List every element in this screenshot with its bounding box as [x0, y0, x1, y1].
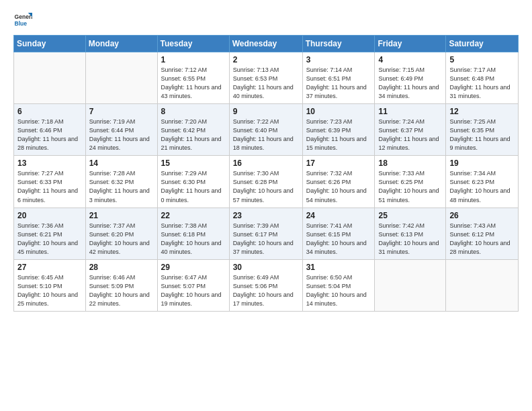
calendar-cell: 8Sunrise: 7:20 AMSunset: 6:42 PMDaylight…	[157, 104, 229, 156]
calendar-table: SundayMondayTuesdayWednesdayThursdayFrid…	[13, 35, 519, 312]
day-number: 21	[89, 211, 154, 220]
calendar-page: General Blue SundayMondayTuesdayWednesda…	[0, 0, 532, 411]
day-number: 20	[17, 211, 82, 220]
day-info: Sunrise: 7:24 AMSunset: 6:37 PMDaylight:…	[378, 118, 442, 152]
day-info: Sunrise: 7:34 AMSunset: 6:23 PMDaylight:…	[449, 169, 515, 204]
day-number: 17	[306, 158, 371, 168]
day-number: 3	[306, 55, 371, 64]
calendar-cell: 11Sunrise: 7:24 AMSunset: 6:37 PMDayligh…	[375, 104, 446, 156]
header: General Blue	[13, 11, 519, 30]
calendar-cell: 31Sunrise: 6:50 AMSunset: 5:04 PMDayligh…	[302, 259, 375, 311]
calendar-cell: 6Sunrise: 7:18 AMSunset: 6:46 PMDaylight…	[14, 104, 86, 156]
svg-text:Blue: Blue	[15, 20, 28, 27]
day-number: 9	[233, 107, 299, 116]
day-number: 1	[161, 55, 226, 64]
day-info: Sunrise: 6:50 AMSunset: 5:04 PMDaylight:…	[306, 273, 371, 308]
day-info: Sunrise: 6:46 AMSunset: 5:09 PMDaylight:…	[89, 273, 154, 308]
weekday-header-monday: Monday	[85, 36, 157, 52]
weekday-header-wednesday: Wednesday	[229, 36, 302, 52]
day-info: Sunrise: 7:39 AMSunset: 6:17 PMDaylight:…	[233, 222, 299, 257]
day-info: Sunrise: 7:17 AMSunset: 6:48 PMDaylight:…	[449, 66, 515, 101]
calendar-cell: 19Sunrise: 7:34 AMSunset: 6:23 PMDayligh…	[446, 156, 519, 208]
weekday-header-friday: Friday	[375, 36, 446, 52]
calendar-cell: 4Sunrise: 7:15 AMSunset: 6:49 PMDaylight…	[375, 52, 446, 104]
day-number: 13	[17, 158, 82, 168]
day-info: Sunrise: 7:12 AMSunset: 6:55 PMDaylight:…	[161, 66, 226, 101]
day-info: Sunrise: 7:43 AMSunset: 6:12 PMDaylight:…	[449, 222, 515, 257]
day-info: Sunrise: 7:19 AMSunset: 6:44 PMDaylight:…	[89, 118, 154, 152]
day-number: 27	[17, 263, 82, 272]
calendar-cell: 22Sunrise: 7:38 AMSunset: 6:18 PMDayligh…	[157, 208, 229, 259]
calendar-cell	[446, 259, 519, 311]
calendar-cell: 18Sunrise: 7:33 AMSunset: 6:25 PMDayligh…	[375, 156, 446, 208]
day-info: Sunrise: 7:14 AMSunset: 6:51 PMDaylight:…	[306, 66, 371, 101]
day-info: Sunrise: 6:49 AMSunset: 5:06 PMDaylight:…	[233, 273, 299, 308]
day-number: 31	[306, 263, 371, 272]
day-info: Sunrise: 7:42 AMSunset: 6:13 PMDaylight:…	[378, 222, 442, 257]
calendar-cell: 28Sunrise: 6:46 AMSunset: 5:09 PMDayligh…	[85, 259, 157, 311]
day-number: 19	[449, 158, 515, 168]
day-number: 22	[161, 211, 226, 220]
calendar-cell: 16Sunrise: 7:30 AMSunset: 6:28 PMDayligh…	[229, 156, 302, 208]
day-number: 18	[378, 158, 442, 168]
day-info: Sunrise: 7:18 AMSunset: 6:46 PMDaylight:…	[17, 118, 82, 152]
calendar-cell: 2Sunrise: 7:13 AMSunset: 6:53 PMDaylight…	[229, 52, 302, 104]
day-info: Sunrise: 7:38 AMSunset: 6:18 PMDaylight:…	[161, 222, 226, 257]
day-number: 23	[233, 211, 299, 220]
calendar-cell: 9Sunrise: 7:22 AMSunset: 6:40 PMDaylight…	[229, 104, 302, 156]
day-info: Sunrise: 7:27 AMSunset: 6:33 PMDaylight:…	[17, 169, 82, 204]
calendar-cell: 23Sunrise: 7:39 AMSunset: 6:17 PMDayligh…	[229, 208, 302, 259]
calendar-cell: 24Sunrise: 7:41 AMSunset: 6:15 PMDayligh…	[302, 208, 375, 259]
weekday-header-sunday: Sunday	[14, 36, 86, 52]
calendar-cell: 14Sunrise: 7:28 AMSunset: 6:32 PMDayligh…	[85, 156, 157, 208]
day-number: 12	[449, 107, 515, 116]
calendar-cell	[14, 52, 86, 104]
calendar-cell: 26Sunrise: 7:43 AMSunset: 6:12 PMDayligh…	[446, 208, 519, 259]
logo: General Blue	[13, 11, 32, 30]
day-number: 11	[378, 107, 442, 116]
calendar-cell: 29Sunrise: 6:47 AMSunset: 5:07 PMDayligh…	[157, 259, 229, 311]
day-info: Sunrise: 6:45 AMSunset: 5:10 PMDaylight:…	[17, 273, 82, 308]
calendar-cell: 1Sunrise: 7:12 AMSunset: 6:55 PMDaylight…	[157, 52, 229, 104]
weekday-header-saturday: Saturday	[446, 36, 519, 52]
day-number: 24	[306, 211, 371, 220]
day-info: Sunrise: 7:25 AMSunset: 6:35 PMDaylight:…	[449, 118, 515, 152]
day-info: Sunrise: 7:13 AMSunset: 6:53 PMDaylight:…	[233, 66, 299, 101]
day-number: 29	[161, 263, 226, 272]
calendar-cell	[375, 259, 446, 311]
day-number: 5	[449, 55, 515, 64]
day-info: Sunrise: 7:28 AMSunset: 6:32 PMDaylight:…	[89, 169, 154, 204]
calendar-week-row: 27Sunrise: 6:45 AMSunset: 5:10 PMDayligh…	[14, 259, 519, 311]
day-number: 10	[306, 107, 371, 116]
calendar-cell: 21Sunrise: 7:37 AMSunset: 6:20 PMDayligh…	[85, 208, 157, 259]
calendar-cell: 7Sunrise: 7:19 AMSunset: 6:44 PMDaylight…	[85, 104, 157, 156]
day-number: 14	[89, 158, 154, 168]
day-info: Sunrise: 7:23 AMSunset: 6:39 PMDaylight:…	[306, 118, 371, 152]
day-info: Sunrise: 7:36 AMSunset: 6:21 PMDaylight:…	[17, 222, 82, 257]
day-number: 6	[17, 107, 82, 116]
calendar-week-row: 6Sunrise: 7:18 AMSunset: 6:46 PMDaylight…	[14, 104, 519, 156]
day-info: Sunrise: 7:33 AMSunset: 6:25 PMDaylight:…	[378, 169, 442, 204]
calendar-week-row: 20Sunrise: 7:36 AMSunset: 6:21 PMDayligh…	[14, 208, 519, 259]
day-number: 26	[449, 211, 515, 220]
logo-icon: General Blue	[13, 11, 32, 30]
calendar-week-row: 13Sunrise: 7:27 AMSunset: 6:33 PMDayligh…	[14, 156, 519, 208]
calendar-cell: 3Sunrise: 7:14 AMSunset: 6:51 PMDaylight…	[302, 52, 375, 104]
day-number: 2	[233, 55, 299, 64]
day-number: 4	[378, 55, 442, 64]
calendar-cell: 25Sunrise: 7:42 AMSunset: 6:13 PMDayligh…	[375, 208, 446, 259]
svg-text:General: General	[15, 13, 32, 20]
day-info: Sunrise: 7:20 AMSunset: 6:42 PMDaylight:…	[161, 118, 226, 152]
calendar-week-row: 1Sunrise: 7:12 AMSunset: 6:55 PMDaylight…	[14, 52, 519, 104]
day-number: 8	[161, 107, 226, 116]
calendar-cell: 15Sunrise: 7:29 AMSunset: 6:30 PMDayligh…	[157, 156, 229, 208]
calendar-cell: 12Sunrise: 7:25 AMSunset: 6:35 PMDayligh…	[446, 104, 519, 156]
day-number: 28	[89, 263, 154, 272]
day-info: Sunrise: 7:32 AMSunset: 6:26 PMDaylight:…	[306, 169, 371, 204]
day-info: Sunrise: 6:47 AMSunset: 5:07 PMDaylight:…	[161, 273, 226, 308]
day-info: Sunrise: 7:29 AMSunset: 6:30 PMDaylight:…	[161, 169, 226, 204]
day-number: 25	[378, 211, 442, 220]
calendar-cell: 17Sunrise: 7:32 AMSunset: 6:26 PMDayligh…	[302, 156, 375, 208]
day-number: 7	[89, 107, 154, 116]
weekday-header-tuesday: Tuesday	[157, 36, 229, 52]
